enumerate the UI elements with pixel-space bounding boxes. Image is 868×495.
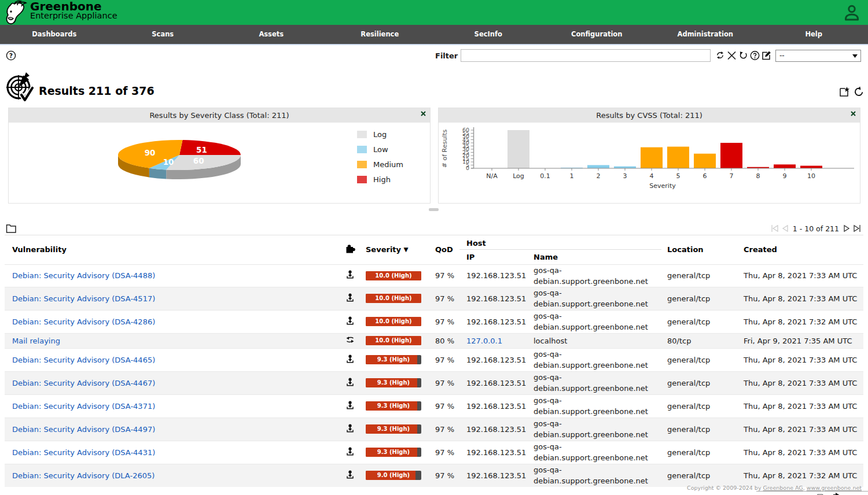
result-row: Debian: Security Advisory (DSA-4431)9.3 … (5, 441, 863, 464)
solution-type-vendorfix-icon (345, 293, 355, 302)
col-header-vulnerability[interactable]: Vulnerability (5, 235, 340, 264)
svg-text:9: 9 (783, 172, 787, 180)
greenbone-logo-icon (3, 0, 29, 25)
result-vulnerability-link[interactable]: Debian: Security Advisory (DSA-4465) (12, 356, 155, 364)
refresh-icon[interactable] (854, 86, 865, 97)
host-ip: 192.168.123.51 (466, 402, 526, 411)
col-header-location[interactable]: Location (663, 235, 739, 264)
chevron-down-icon (852, 54, 858, 58)
solution-type-vendorfix-icon (345, 447, 355, 456)
solution-type-vendorfix-icon (345, 470, 355, 479)
created-value: Thu, Apr 8, 2021 7:33 AM UTC (739, 348, 863, 371)
result-vulnerability-link[interactable]: Debian: Security Advisory (DSA-4488) (12, 271, 155, 280)
qod-value: 97 % (431, 464, 462, 487)
nav-item-administration[interactable]: Administration (651, 25, 760, 44)
result-row: Debian: Security Advisory (DSA-4517)10.0… (5, 287, 863, 310)
sort-desc-icon: ▼ (404, 246, 409, 253)
created-value: Thu, Apr 8, 2021 7:33 AM UTC (739, 264, 863, 287)
col-header-solution-type[interactable] (340, 235, 360, 264)
col-header-created[interactable]: Created (739, 235, 863, 264)
severity-bar: 10.0 (High) (366, 336, 421, 345)
location-value: general/tcp (663, 287, 739, 310)
puzzle-icon (345, 243, 356, 254)
saved-filter-select[interactable]: -- (775, 50, 861, 62)
help-icon[interactable]: ? (6, 50, 16, 61)
host-ip-link[interactable]: 127.0.0.1 (466, 337, 502, 345)
next-page-icon[interactable] (842, 224, 851, 233)
nav-item-help[interactable]: Help (760, 25, 868, 44)
qod-value: 97 % (431, 287, 462, 310)
reset-filter-icon[interactable] (727, 50, 737, 60)
nav-item-scans[interactable]: Scans (109, 25, 218, 44)
host-name: gos-qa-debian.support.greenbone.net (531, 394, 663, 418)
svg-text:8: 8 (756, 172, 760, 180)
created-value: Thu, Apr 8, 2021 7:33 AM UTC (739, 394, 863, 418)
severity-bar: 10.0 (High) (366, 317, 421, 326)
result-vulnerability-link[interactable]: Debian: Security Advisory (DLA-2605) (12, 471, 155, 480)
col-header-qod[interactable]: QoD (431, 235, 462, 264)
qod-value: 97 % (431, 348, 462, 371)
host-name: gos-qa-debian.support.greenbone.net (531, 264, 663, 287)
user-menu-icon[interactable] (843, 3, 860, 22)
created-value: Thu, Apr 8, 2021 7:33 AM UTC (739, 418, 863, 441)
update-filter-icon[interactable] (715, 50, 725, 60)
folder-icon[interactable] (6, 224, 17, 234)
results-table: Vulnerability Severity ▼ QoD Host Locati… (5, 235, 863, 487)
result-vulnerability-link[interactable]: Debian: Security Advisory (DSA-4371) (12, 402, 155, 411)
result-row: Debian: Security Advisory (DSA-4467)9.3 … (5, 371, 863, 394)
svg-text:Severity: Severity (649, 182, 676, 190)
nav-item-dashboards[interactable]: Dashboards (0, 25, 109, 44)
result-vulnerability-link[interactable]: Mail relaying (12, 337, 60, 345)
qod-value: 97 % (431, 310, 462, 333)
filter-input[interactable] (461, 49, 711, 62)
nav-item-secinfo[interactable]: SecInfo (434, 25, 543, 44)
qod-value: 97 % (431, 441, 462, 464)
nav-item-assets[interactable]: Assets (217, 25, 326, 44)
result-row: Debian: Security Advisory (DSA-4286)10.0… (5, 310, 863, 333)
svg-text:Log: Log (513, 172, 524, 180)
svg-text:Medium: Medium (373, 160, 403, 169)
severity-bar: 10.0 (High) (366, 294, 421, 303)
previous-page-icon[interactable] (781, 224, 790, 233)
location-value: general/tcp (663, 394, 739, 418)
result-vulnerability-link[interactable]: Debian: Security Advisory (DSA-4431) (12, 448, 155, 457)
col-header-ip[interactable]: IP (462, 250, 531, 264)
nav-item-resilience[interactable]: Resilience (326, 25, 435, 44)
dashboard-resize-handle[interactable] (429, 208, 439, 211)
first-page-icon[interactable] (770, 224, 779, 233)
location-value: general/tcp (663, 264, 739, 287)
edit-filter-icon[interactable] (762, 50, 771, 60)
close-icon[interactable] (421, 111, 426, 116)
qod-value: 97 % (431, 418, 462, 441)
result-row: Debian: Security Advisory (DSA-4371)9.3 … (5, 394, 863, 418)
host-name: gos-qa-debian.support.greenbone.net (531, 464, 663, 487)
close-icon[interactable] (851, 111, 856, 116)
severity-bar: 9.3 (High) (366, 401, 421, 411)
undo-filter-icon[interactable] (738, 50, 748, 60)
host-ip: 192.168.123.51 (466, 379, 526, 387)
result-vulnerability-link[interactable]: Debian: Security Advisory (DSA-4286) (12, 317, 155, 326)
svg-text:6: 6 (703, 172, 707, 180)
main-nav: DashboardsScansAssetsResilienceSecInfoCo… (0, 25, 868, 45)
result-vulnerability-link[interactable]: Debian: Security Advisory (DSA-4517) (12, 294, 155, 303)
host-ip: 192.168.123.51 (466, 425, 526, 434)
panel-cvss-header[interactable]: Results by CVSS (Total: 211) (439, 108, 860, 123)
nav-item-configuration[interactable]: Configuration (543, 25, 652, 44)
col-header-severity[interactable]: Severity ▼ (360, 235, 431, 264)
host-name: gos-qa-debian.support.greenbone.net (531, 348, 663, 371)
svg-text:10: 10 (807, 172, 815, 180)
created-value: Thu, Apr 8, 2021 7:33 AM UTC (739, 287, 863, 310)
result-vulnerability-link[interactable]: Debian: Security Advisory (DSA-4467) (12, 379, 155, 387)
filter-help-icon[interactable] (750, 50, 760, 60)
col-header-name[interactable]: Name (531, 250, 663, 264)
page-title: Results 211 of 376 (39, 84, 155, 97)
qod-value: 97 % (431, 264, 462, 287)
panel-severity-class-header[interactable]: Results by Severity Class (Total: 211) (9, 108, 430, 123)
clipped-bottom-icons (756, 489, 868, 495)
solution-type-vendorfix-icon (345, 354, 355, 364)
result-vulnerability-link[interactable]: Debian: Security Advisory (DSA-4497) (12, 425, 155, 434)
new-filter-icon[interactable] (839, 86, 850, 97)
svg-text:2: 2 (597, 172, 601, 180)
last-page-icon[interactable] (852, 224, 862, 233)
host-name: gos-qa-debian.support.greenbone.net (531, 287, 663, 310)
